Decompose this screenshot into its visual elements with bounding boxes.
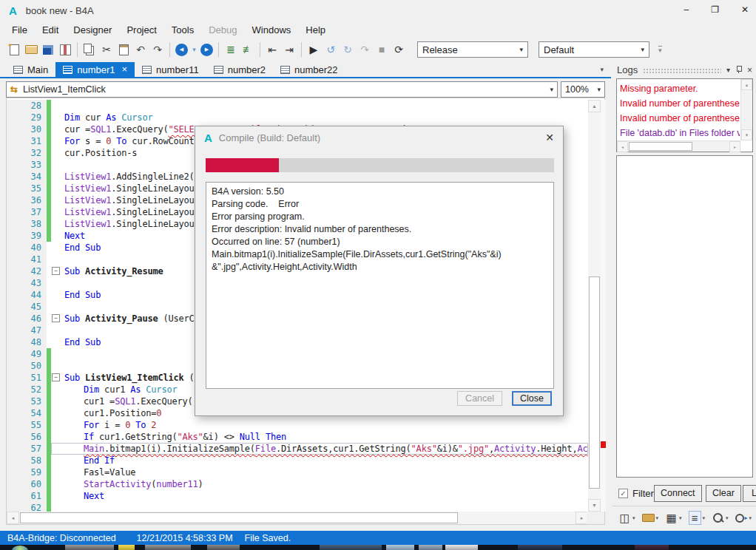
taskbar-app[interactable] xyxy=(145,545,191,550)
taskbar-app[interactable] xyxy=(635,545,669,550)
comment-icon[interactable]: ≣ xyxy=(223,41,239,58)
rebuild-icon[interactable]: ⟳ xyxy=(391,41,407,58)
log-entry[interactable]: Invalid number of parentheses. xyxy=(620,96,740,111)
stop-icon[interactable]: ■ xyxy=(374,41,390,58)
horizontal-scroll-thumb[interactable] xyxy=(20,512,458,523)
uncomment-icon[interactable]: ≢ xyxy=(240,41,256,58)
scroll-up-icon[interactable]: ▲ xyxy=(588,100,601,112)
menu-edit[interactable]: Edit xyxy=(35,22,66,38)
dropdown-caret-icon[interactable]: ▾ xyxy=(679,515,682,521)
log-output-area[interactable] xyxy=(616,155,753,478)
dialog-close-icon[interactable]: ✕ xyxy=(545,132,554,143)
menu-windows[interactable]: Windows xyxy=(245,22,299,38)
undo-icon[interactable]: ↶ xyxy=(132,41,149,58)
taskbar-app[interactable] xyxy=(207,545,240,550)
log-list-horizontal-scrollbar[interactable]: ◂ ▸ xyxy=(617,140,740,152)
dialog-close-button[interactable]: Close xyxy=(512,391,552,406)
chevron-down-icon[interactable]: ▾ xyxy=(550,86,553,93)
modules-icon[interactable]: ▦ xyxy=(665,511,678,525)
code-line-55[interactable]: 55For i = 0 To 2 xyxy=(7,419,588,431)
save-icon[interactable] xyxy=(40,41,56,58)
dropdown-caret-icon[interactable]: ▾ xyxy=(703,515,706,521)
search-icon[interactable] xyxy=(712,511,724,525)
log-entry[interactable]: File 'datab.db' in Files folder v xyxy=(620,126,740,140)
logs-panel-header[interactable]: Logs ▾ × xyxy=(617,64,752,76)
navigate-forward-icon[interactable]: ▶ xyxy=(200,44,213,56)
tab-number22[interactable]: number22 xyxy=(273,62,345,77)
cut-icon[interactable]: ✂ xyxy=(98,41,115,58)
package-icon[interactable] xyxy=(57,41,73,58)
scroll-up-icon[interactable]: ▲ xyxy=(741,79,752,90)
code-line-62[interactable]: 62 xyxy=(7,502,588,512)
menu-project[interactable]: Project xyxy=(119,22,163,38)
log-list-vertical-scrollbar[interactable]: ▲ ▼ xyxy=(740,79,752,140)
run-icon[interactable]: ▶ xyxy=(306,41,322,58)
taskbar-app[interactable] xyxy=(118,545,135,550)
tab-number11[interactable]: number11 xyxy=(135,62,206,77)
toolbar-overflow-icon[interactable]: ▾ xyxy=(658,46,662,54)
dropdown-caret-icon[interactable]: ▾ xyxy=(632,515,635,521)
log-entry[interactable]: Invalid number of parentheses. xyxy=(620,111,740,126)
close-button[interactable]: ✕ xyxy=(741,4,749,15)
taskbar-app[interactable] xyxy=(518,545,562,550)
scroll-down-icon[interactable]: ▼ xyxy=(741,129,752,140)
editor-vertical-scrollbar[interactable]: ▲ ▼ xyxy=(588,100,601,512)
fold-toggle-icon[interactable]: − xyxy=(52,314,60,322)
code-line-60[interactable]: 60StartActivity(number11) xyxy=(7,478,588,490)
code-line-56[interactable]: 56If cur1.GetString("Aks"&i) <> Null The… xyxy=(7,431,588,443)
editor-horizontal-scrollbar[interactable]: ◂ ▸ xyxy=(7,512,588,524)
dropdown-caret-icon[interactable]: ▾ xyxy=(656,515,659,521)
taskbar-app[interactable] xyxy=(65,545,114,550)
code-line-61[interactable]: 61Next xyxy=(7,490,588,502)
panel-menu-caret-icon[interactable]: ▾ xyxy=(726,66,730,74)
code-line-57[interactable]: 57Main.bitmap1(i).InitializeSample(File.… xyxy=(7,443,588,455)
log-lines-icon[interactable]: ≡ xyxy=(689,511,701,525)
new-project-icon[interactable] xyxy=(6,41,22,58)
panel-close-icon[interactable]: × xyxy=(747,65,752,75)
pin-icon[interactable] xyxy=(735,66,742,74)
tab-Main[interactable]: Main xyxy=(6,62,55,77)
fold-toggle-icon[interactable]: − xyxy=(52,373,60,381)
code-line-28[interactable]: 28 xyxy=(7,100,588,112)
menu-help[interactable]: Help xyxy=(298,22,333,38)
menu-debug[interactable]: Debug xyxy=(201,22,244,38)
start-orb-icon[interactable] xyxy=(12,546,28,550)
fold-toggle-icon[interactable]: − xyxy=(52,267,60,275)
panel-grip[interactable] xyxy=(643,68,721,73)
chevron-down-icon[interactable]: ▾ xyxy=(597,86,601,93)
tab-list-caret-icon[interactable]: ▾ xyxy=(600,66,604,73)
paste-icon[interactable] xyxy=(115,41,132,58)
tab-close-icon[interactable]: × xyxy=(122,66,128,73)
files-folder-icon[interactable] xyxy=(642,514,655,522)
resume-icon[interactable]: ↺ xyxy=(323,41,339,58)
scroll-right-icon[interactable]: ▸ xyxy=(729,141,740,152)
step-into-icon[interactable]: ↻ xyxy=(340,41,356,58)
taskbar-app[interactable] xyxy=(320,545,382,550)
chevron-down-icon[interactable]: ▾ xyxy=(519,46,523,53)
taskbar-app[interactable] xyxy=(419,545,442,550)
log-entry[interactable]: Missing parameter. xyxy=(620,81,740,96)
menu-tools[interactable]: Tools xyxy=(164,22,201,38)
navigate-back-icon[interactable]: ◀ xyxy=(175,44,188,56)
maximize-button[interactable]: ❐ xyxy=(711,4,719,15)
dropdown-caret-icon[interactable]: ▾ xyxy=(749,515,752,521)
event-navigator-combo[interactable]: ⇆ ListView1_ItemClick ▾ xyxy=(6,81,558,98)
code-line-29[interactable]: 29Dim cur As Cursor xyxy=(7,112,588,123)
connect-button[interactable]: Connect xyxy=(654,485,702,502)
dropdown-caret-icon[interactable]: ▾ xyxy=(726,515,729,521)
zoom-combo[interactable]: 100% ▾ xyxy=(561,81,605,98)
panels-icon[interactable]: ◫ xyxy=(618,511,631,525)
build-configuration-combo[interactable]: Release ▾ xyxy=(417,41,528,58)
redo-icon[interactable]: ↷ xyxy=(149,41,166,58)
vertical-scroll-thumb[interactable] xyxy=(589,276,600,489)
build-profile-combo[interactable]: Default ▾ xyxy=(539,41,649,58)
scroll-left-icon[interactable]: ◂ xyxy=(7,512,19,524)
error-mark[interactable] xyxy=(601,441,606,448)
horizontal-scroll-thumb[interactable] xyxy=(629,142,692,151)
scroll-left-icon[interactable]: ◂ xyxy=(617,141,628,152)
indent-icon[interactable]: ⇥ xyxy=(281,41,297,58)
outdent-icon[interactable]: ⇤ xyxy=(264,41,280,58)
code-line-59[interactable]: 59Fasl=Value xyxy=(7,466,588,478)
filter-checkbox[interactable]: ✓ xyxy=(618,489,628,498)
code-line-58[interactable]: 58End If xyxy=(7,455,588,466)
